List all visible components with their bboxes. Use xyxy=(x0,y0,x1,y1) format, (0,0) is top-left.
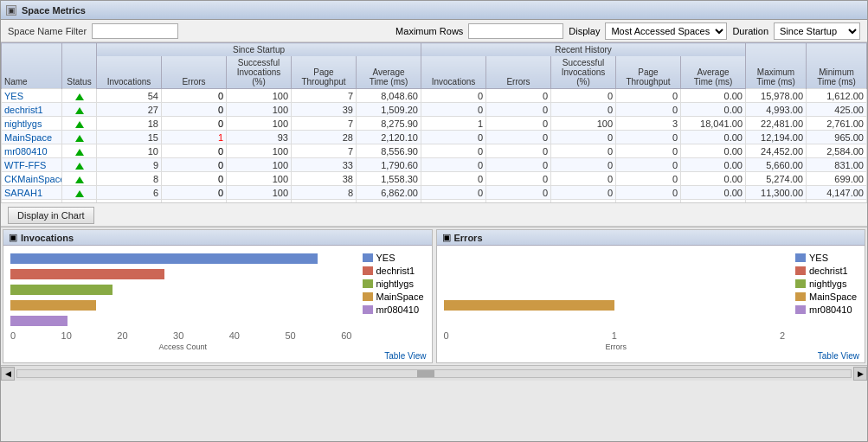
row-rh-avg: 0.00 xyxy=(681,103,746,117)
invocations-axis: 0102030405060 xyxy=(7,330,359,341)
display-select[interactable]: Most Accessed Spaces All Spaces xyxy=(605,22,727,40)
legend-item: dechrist1 xyxy=(795,266,858,276)
row-name[interactable]: SARAH1 xyxy=(2,186,62,200)
bar xyxy=(10,253,318,264)
errors-chart-title-bar: ▣ Errors xyxy=(437,230,865,246)
bar xyxy=(10,285,113,295)
row-name[interactable]: CKMainSpace xyxy=(2,172,62,186)
row-max-time: 3,322.00 xyxy=(746,200,807,203)
legend-label: YES xyxy=(376,253,395,263)
table-container: Name Status Since Startup Recent History… xyxy=(1,42,867,202)
row-page-throughput: 7 xyxy=(292,144,357,158)
row-rh-page: 0 xyxy=(616,158,681,172)
legend-item: nightlygs xyxy=(795,279,858,289)
status-icon xyxy=(75,121,84,128)
row-name[interactable]: mr080410 xyxy=(2,144,62,158)
status-icon xyxy=(75,135,84,142)
row-min-time: 831.00 xyxy=(807,158,867,172)
row-rh-errors: 0 xyxy=(486,131,551,144)
row-rh-errors: 0 xyxy=(486,117,551,131)
legend-item: mr080410 xyxy=(363,304,425,315)
row-rh-page: 0 xyxy=(616,172,681,186)
max-rows-input[interactable] xyxy=(468,23,563,39)
header-page-throughput: PageThroughput xyxy=(292,56,357,89)
table-row: CKMainSpace 8 0 100 38 1,558.30 0 0 0 0 … xyxy=(2,172,867,186)
row-avg-time: 8,275.90 xyxy=(357,117,421,131)
status-icon xyxy=(75,190,84,197)
invocations-collapse-btn[interactable]: ▣ xyxy=(9,232,17,243)
row-max-time: 4,993.00 xyxy=(746,103,807,117)
row-errors: 0 xyxy=(162,186,227,200)
row-avg-time: 2,718.00 xyxy=(357,200,421,203)
row-name[interactable]: YES xyxy=(2,89,62,103)
filter-input[interactable] xyxy=(92,23,178,39)
row-successful: 100 xyxy=(227,158,292,172)
charts-section: ▣ Invocations 0102030405060 Access Count… xyxy=(1,227,867,365)
row-rh-errors: 0 xyxy=(486,172,551,186)
row-rh-avg: 0.00 xyxy=(681,186,746,200)
legend-label: mr080410 xyxy=(809,304,852,315)
row-rh-avg: 18,041.00 xyxy=(681,117,746,131)
row-name[interactable]: dechrist1 xyxy=(2,103,62,117)
row-rh-page: 0 xyxy=(616,131,681,144)
status-icon xyxy=(75,163,84,170)
row-rh-avg: 0.00 xyxy=(681,172,746,186)
bar-row xyxy=(444,268,786,280)
axis-tick: 10 xyxy=(61,330,72,341)
row-rh-successful: 100 xyxy=(551,117,616,131)
errors-collapse-btn[interactable]: ▣ xyxy=(442,232,451,243)
row-avg-time: 8,556.90 xyxy=(357,144,421,158)
row-rh-page: 0 xyxy=(616,186,681,200)
row-rh-successful: 0 xyxy=(551,89,616,103)
row-status xyxy=(62,89,97,103)
display-in-chart-button[interactable]: Display in Chart xyxy=(8,207,94,224)
status-icon xyxy=(75,176,84,183)
invocations-legend: YESdechrist1nightlygsMainSpacemr080410 xyxy=(359,249,428,346)
collapse-button[interactable]: ▣ xyxy=(6,5,16,16)
row-rh-errors: 0 xyxy=(486,200,551,203)
table-scroll[interactable]: Name Status Since Startup Recent History… xyxy=(1,42,867,202)
row-invocations: 10 xyxy=(97,144,162,158)
row-rh-successful: 0 xyxy=(551,172,616,186)
bar xyxy=(10,300,96,311)
row-rh-invocations: 0 xyxy=(421,103,486,117)
scroll-left-btn[interactable]: ◀ xyxy=(1,367,15,381)
scroll-track[interactable] xyxy=(16,369,852,378)
row-name[interactable]: SARAH6 xyxy=(2,200,62,203)
errors-axis: 012 xyxy=(440,330,793,341)
row-status xyxy=(62,158,97,172)
row-name[interactable]: nightlygs xyxy=(2,117,62,131)
row-status xyxy=(62,144,97,158)
header-status: Status xyxy=(62,43,97,89)
scroll-right-btn[interactable]: ▶ xyxy=(853,367,867,381)
invocations-table-view[interactable]: Table View xyxy=(3,349,432,362)
row-max-time: 5,274.00 xyxy=(746,172,807,186)
row-successful: 100 xyxy=(227,144,292,158)
errors-table-view[interactable]: Table View xyxy=(437,349,865,362)
errors-chart-body: 012 Errors YESdechrist1nightlygsMainSpac… xyxy=(437,246,865,349)
header-rh-avg: AverageTime (ms) xyxy=(681,56,746,89)
legend-label: mr080410 xyxy=(376,304,420,315)
header-errors: Errors xyxy=(162,56,227,89)
row-rh-avg: 0.00 xyxy=(681,158,746,172)
row-min-time: 4,147.00 xyxy=(807,186,867,200)
legend-item: dechrist1 xyxy=(363,266,425,276)
row-invocations: 15 xyxy=(97,131,162,144)
axis-tick: 2 xyxy=(780,330,785,341)
row-page-throughput: 38 xyxy=(292,172,357,186)
row-page-throughput: 7 xyxy=(292,117,357,131)
row-errors: 0 xyxy=(162,103,227,117)
header-rh-page: PageThroughput xyxy=(616,56,681,89)
bar-row xyxy=(10,253,352,265)
row-min-time: 699.00 xyxy=(807,172,867,186)
row-status xyxy=(62,103,97,117)
row-avg-time: 8,048.60 xyxy=(357,89,421,103)
row-name[interactable]: MainSpace xyxy=(2,131,62,144)
legend-item: mr080410 xyxy=(795,304,858,315)
legend-color xyxy=(363,292,373,301)
row-name[interactable]: WTF-FFS xyxy=(2,158,62,172)
status-icon xyxy=(75,107,84,114)
row-invocations: 54 xyxy=(97,89,162,103)
duration-select[interactable]: Since Startup Last Hour Last Day xyxy=(774,22,860,40)
header-avg-time: AverageTime (ms) xyxy=(357,56,421,89)
